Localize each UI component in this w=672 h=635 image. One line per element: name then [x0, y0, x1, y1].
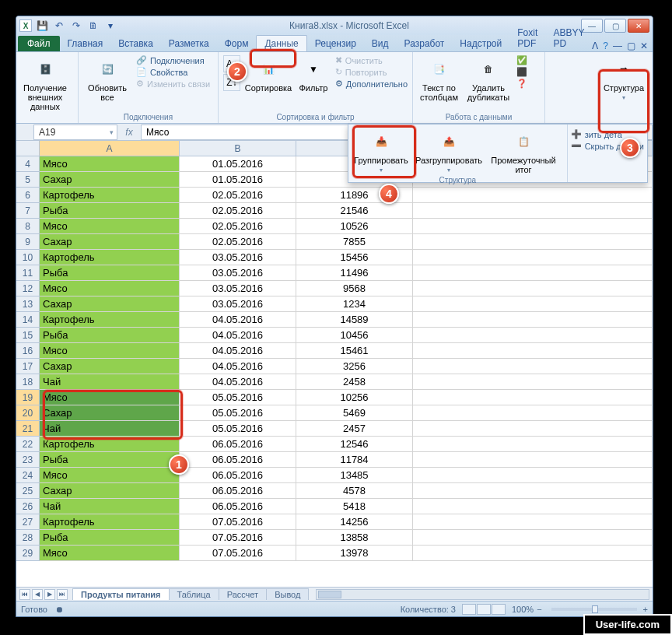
cell[interactable]: 11784	[296, 452, 413, 468]
cell-empty[interactable]	[413, 234, 653, 250]
table-row[interactable]: 21Чай05.05.20162457	[16, 421, 653, 437]
cell[interactable]: Чай	[40, 421, 180, 437]
cell[interactable]: 14256	[296, 514, 413, 530]
cell-empty[interactable]	[413, 437, 653, 452]
zoom-out-button[interactable]: −	[537, 605, 541, 614]
tab-разработ[interactable]: Разработ	[397, 36, 453, 51]
row-header[interactable]: 27	[16, 514, 40, 530]
cell[interactable]: 04.05.2016	[180, 343, 296, 359]
cell-empty[interactable]	[413, 530, 653, 546]
table-row[interactable]: 7Рыба02.05.201621546	[16, 203, 653, 219]
cell-empty[interactable]	[413, 483, 653, 499]
cell[interactable]: 10256	[296, 390, 413, 405]
sort-asc-button[interactable]: A↓	[223, 55, 240, 72]
cell[interactable]: 05.05.2016	[180, 405, 296, 421]
cell[interactable]: Рыба	[40, 452, 180, 468]
cell[interactable]: 05.05.2016	[180, 421, 296, 437]
row-header[interactable]: 23	[16, 452, 40, 468]
scrollbar-thumb[interactable]	[318, 591, 341, 598]
sheet-nav-next[interactable]: ▶	[44, 589, 55, 600]
refresh-all-button[interactable]: 🔄 Обновить все	[83, 55, 131, 103]
ribbon-minimize-icon[interactable]: ᐱ	[592, 40, 598, 51]
row-header[interactable]: 7	[16, 203, 40, 219]
table-row[interactable]: 15Рыба04.05.201610456	[16, 328, 653, 343]
cell[interactable]: 4578	[296, 483, 413, 499]
advanced-filter-button[interactable]: ⚙Дополнительно	[335, 79, 408, 89]
spreadsheet-grid[interactable]: A B C 4Мясо01.05.20165Сахар01.05.20166Ка…	[16, 141, 653, 587]
cell-empty[interactable]	[413, 203, 653, 219]
structure-button[interactable]: ➡ Структура ▾	[600, 55, 648, 103]
tab-foxit pdf[interactable]: Foxit PDF	[509, 25, 545, 51]
cell[interactable]: 3256	[296, 359, 413, 374]
tab-данные[interactable]: Данные	[256, 35, 306, 51]
col-header-A[interactable]: A	[40, 141, 180, 156]
row-header[interactable]: 13	[16, 296, 40, 312]
table-row[interactable]: 18Чай04.05.20162458	[16, 374, 653, 390]
cell[interactable]: 5418	[296, 499, 413, 514]
properties-button[interactable]: 📄Свойства	[136, 67, 210, 77]
cell-empty[interactable]	[413, 281, 653, 296]
cell-empty[interactable]	[413, 421, 653, 437]
subtotal-button[interactable]: 📋 Промежуточный итог	[488, 128, 558, 176]
cell[interactable]: 2457	[296, 421, 413, 437]
cell-empty[interactable]	[413, 312, 653, 328]
cell-empty[interactable]	[413, 328, 653, 343]
cell[interactable]: Сахар	[40, 483, 180, 499]
table-row[interactable]: 20Сахар05.05.20165469	[16, 405, 653, 421]
maximize-button[interactable]: ▢	[604, 19, 626, 33]
fx-label[interactable]: fx	[117, 127, 141, 138]
view-layout-button[interactable]	[477, 604, 491, 615]
edit-links-button[interactable]: ⚙Изменить связи	[136, 79, 210, 89]
row-header[interactable]: 5	[16, 172, 40, 188]
cell[interactable]: 07.05.2016	[180, 530, 296, 546]
reapply-filter-button[interactable]: ↻Повторить	[335, 67, 408, 77]
text-to-columns-button[interactable]: 📑 Текст по столбцам	[418, 55, 460, 103]
table-row[interactable]: 10Картофель03.05.201615456	[16, 250, 653, 265]
cell[interactable]: 02.05.2016	[180, 219, 296, 234]
cell[interactable]: Мясо	[40, 219, 180, 234]
cell-empty[interactable]	[413, 374, 653, 390]
doc-minimize-icon[interactable]: —	[613, 40, 622, 51]
zoom-in-button[interactable]: +	[643, 605, 648, 614]
row-header[interactable]: 25	[16, 483, 40, 499]
doc-close-icon[interactable]: ✕	[640, 40, 648, 51]
cell[interactable]: 15456	[296, 250, 413, 265]
cell[interactable]: 01.05.2016	[180, 156, 296, 172]
sheet-nav-last[interactable]: ⏭	[57, 589, 68, 600]
cell[interactable]: Мясо	[40, 156, 180, 172]
table-row[interactable]: 29Мясо07.05.201613978	[16, 546, 653, 561]
cell[interactable]: 13858	[296, 530, 413, 546]
cell[interactable]: Сахар	[40, 172, 180, 188]
cell[interactable]: 04.05.2016	[180, 374, 296, 390]
connections-button[interactable]: 🔗Подключения	[136, 55, 210, 65]
print-preview-icon[interactable]: 🗎	[86, 19, 100, 33]
cell[interactable]: 11496	[296, 265, 413, 281]
col-header-B[interactable]: B	[180, 141, 296, 156]
cell-empty[interactable]	[413, 296, 653, 312]
cell[interactable]: Рыба	[40, 328, 180, 343]
row-header[interactable]: 18	[16, 374, 40, 390]
cell[interactable]: Мясо	[40, 546, 180, 561]
sort-button[interactable]: 📊 Сортировка	[245, 55, 292, 94]
table-row[interactable]: 11Рыба03.05.201611496	[16, 265, 653, 281]
cell[interactable]: 1234	[296, 296, 413, 312]
row-header[interactable]: 9	[16, 234, 40, 250]
view-normal-button[interactable]	[462, 604, 476, 615]
cell-empty[interactable]	[413, 188, 653, 203]
cell[interactable]: Картофель	[40, 188, 180, 203]
cell[interactable]: 04.05.2016	[180, 312, 296, 328]
table-row[interactable]: 8Мясо02.05.201610526	[16, 219, 653, 234]
cell[interactable]: 2458	[296, 374, 413, 390]
tab-вид[interactable]: Вид	[364, 36, 397, 51]
sheet-tab-1[interactable]: Таблица	[169, 588, 219, 600]
horizontal-scrollbar[interactable]	[316, 589, 649, 600]
table-row[interactable]: 28Рыба07.05.201613858	[16, 530, 653, 546]
sheet-tab-active[interactable]: Продукты питания	[72, 588, 170, 600]
row-header[interactable]: 20	[16, 405, 40, 421]
name-box[interactable]: A19	[33, 125, 117, 140]
ungroup-button[interactable]: 📤 Разгруппировать ▾	[415, 128, 482, 175]
cell[interactable]: 11896	[296, 188, 413, 203]
show-detail-button[interactable]: ➕зить дета	[571, 129, 644, 139]
cell[interactable]: 21546	[296, 203, 413, 219]
group-button[interactable]: 📥 Группировать ▾	[353, 128, 409, 175]
